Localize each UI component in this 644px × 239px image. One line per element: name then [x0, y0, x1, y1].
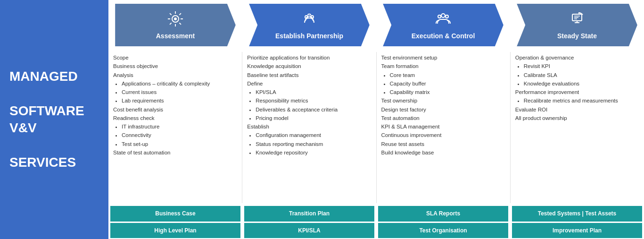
content-text: Performance improvement	[515, 88, 639, 96]
deliverable-col-assessment: Business CaseHigh Level Plan	[108, 205, 242, 239]
content-text: Build knowledge base	[381, 149, 505, 157]
content-list: KPI/SLAResponsibility metricsDeliverable…	[247, 88, 371, 122]
list-item: Deliverables & acceptance criteria	[256, 106, 371, 114]
phase-arrow-execution: Execution & Control	[383, 4, 504, 46]
list-item: Knowledge evaluations	[524, 80, 639, 88]
list-item: Configuration management	[256, 131, 371, 139]
phases-row: Assessment Establish Partnership Executi…	[108, 0, 644, 48]
phase-content-steady: Operation & governanceRevisit KPICalibra…	[510, 52, 644, 203]
deliverable-col-execution: SLA ReportsTest Organisation	[376, 205, 510, 239]
content-text: Test ownership	[381, 97, 505, 105]
phase-icon-establish	[301, 10, 318, 30]
list-item: Lab requirements	[122, 97, 237, 105]
list-item: Knowledge repository	[256, 149, 371, 157]
deliverable-box: High Level Plan	[110, 223, 240, 239]
deliverable-col-steady: Tested Systems | Test AssetsImprovement …	[510, 205, 644, 239]
phase-label-steady: Steady State	[557, 32, 597, 40]
svg-line-5	[170, 13, 172, 15]
phase-icon-assessment	[167, 10, 184, 30]
phase-icon-steady	[569, 10, 586, 30]
deliverable-box: Test Organisation	[378, 223, 508, 239]
content-list: IT infrastructureConnectivityTest set-up	[113, 123, 237, 148]
content-row: ScopeBusiness objectiveAnalysisApplicati…	[108, 48, 644, 205]
content-text: Business objective	[113, 62, 237, 70]
content-text: Reuse test assets	[381, 140, 505, 148]
list-item: Capability matrix	[390, 88, 505, 96]
phase-content-establish: Prioritize applications for transitionKn…	[242, 52, 376, 203]
list-item: Pricing model	[256, 114, 371, 122]
deliverable-box: KPI/SLA	[244, 223, 374, 239]
list-item: Revisit KPI	[524, 62, 639, 70]
content-text: Scope	[113, 54, 237, 62]
content-text: Establish	[247, 123, 371, 131]
list-item: Calibrate SLA	[524, 71, 639, 79]
phase-arrow-assessment: Assessment	[115, 4, 236, 46]
phase-label-execution: Execution & Control	[412, 32, 475, 40]
list-item: Core team	[390, 71, 505, 79]
content-text: KPI & SLA management	[381, 123, 505, 131]
main-content: Assessment Establish Partnership Executi…	[108, 0, 644, 239]
list-item: IT infrastructure	[122, 123, 237, 131]
phase-label-establish: Establish Partnership	[275, 32, 343, 40]
content-text: Knowledge acquisition	[247, 62, 371, 70]
content-text: State of test automation	[113, 149, 237, 157]
phase-content-assessment: ScopeBusiness objectiveAnalysisApplicati…	[108, 52, 242, 203]
content-list: Applications – criticality & complexityC…	[113, 80, 237, 105]
content-text: Evaluate ROI	[515, 106, 639, 114]
sidebar-title: MANAGEDSOFTWARE V&VSERVICES	[9, 68, 99, 171]
content-text: Continuous improvement	[381, 131, 505, 139]
svg-line-8	[170, 23, 172, 25]
phase-icon-execution	[435, 10, 452, 30]
content-list: Recalibrate metrics and measurements	[515, 97, 639, 105]
svg-line-7	[179, 13, 181, 15]
phase-arrow-steady: Steady State	[517, 4, 637, 46]
content-text: Test automation	[381, 114, 505, 122]
deliverable-col-establish: Transition PlanKPI/SLA	[242, 205, 376, 239]
deliverable-box: Improvement Plan	[512, 223, 642, 239]
content-list: Core teamCapacity bufferCapability matri…	[381, 71, 505, 97]
phase-arrow-establish: Establish Partnership	[249, 4, 370, 46]
content-text: Baseline test artifacts	[247, 71, 371, 79]
content-text: Prioritize applications for transition	[247, 54, 371, 62]
content-text: Analysis	[113, 71, 237, 79]
sidebar: MANAGEDSOFTWARE V&VSERVICES	[0, 0, 108, 239]
list-item: Status reporting mechanism	[256, 140, 371, 148]
svg-point-12	[441, 14, 445, 17]
content-list: Revisit KPICalibrate SLAKnowledge evalua…	[515, 62, 639, 88]
phase-header-execution: Execution & Control	[376, 4, 510, 48]
list-item: Connectivity	[122, 131, 237, 139]
content-text: All product ownership	[515, 114, 639, 122]
phase-label-assessment: Assessment	[156, 32, 195, 40]
phase-header-assessment: Assessment	[108, 4, 242, 48]
list-item: Recalibrate metrics and measurements	[524, 97, 639, 105]
deliverable-box: SLA Reports	[378, 206, 508, 222]
list-item: Test set-up	[122, 140, 237, 148]
main-container: MANAGEDSOFTWARE V&VSERVICES Assessment E…	[0, 0, 644, 239]
deliverable-box: Tested Systems | Test Assets	[512, 206, 642, 222]
list-item: Responsibility metrics	[256, 97, 371, 105]
content-text: Test environment setup	[381, 54, 505, 62]
phase-header-steady: Steady State	[510, 4, 644, 48]
list-item: KPI/SLA	[256, 88, 371, 96]
deliverables-row: Business CaseHigh Level PlanTransition P…	[108, 205, 644, 239]
deliverable-box: Transition Plan	[244, 206, 374, 222]
content-text: Operation & governance	[515, 54, 639, 62]
list-item: Applications – criticality & complexity	[122, 80, 237, 88]
list-item: Current issues	[122, 88, 237, 96]
svg-point-9	[174, 17, 177, 20]
content-text: Design test factory	[381, 106, 505, 114]
content-text: Define	[247, 80, 371, 88]
svg-line-6	[179, 23, 181, 25]
deliverable-box: Business Case	[110, 206, 240, 222]
svg-point-13	[438, 15, 441, 18]
content-text: Cost benefit analysis	[113, 106, 237, 114]
content-list: Configuration managementStatus reporting…	[247, 131, 371, 157]
content-text: Readiness check	[113, 114, 237, 122]
phase-content-execution: Test environment setupTeam formationCore…	[376, 52, 510, 203]
list-item: Capacity buffer	[390, 80, 505, 88]
phase-header-establish: Establish Partnership	[242, 4, 376, 48]
content-text: Team formation	[381, 62, 505, 70]
svg-point-14	[446, 15, 448, 18]
